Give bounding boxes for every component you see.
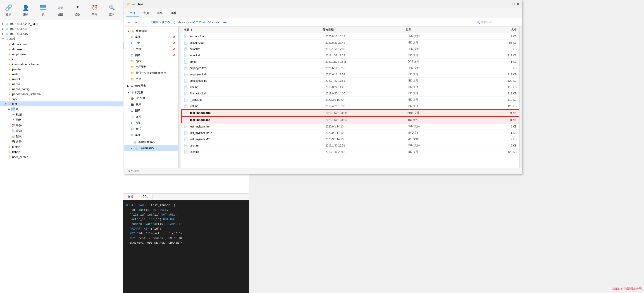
- file-item[interactable]: 📄 user.frm 2019/1/30 22:51 FRM 文件 9 KB: [181, 142, 519, 149]
- file-item[interactable]: 📄 test_myisam.MYI 2020/9/1 14:10 MYI 文件 …: [181, 136, 519, 142]
- minimize-button[interactable]: —: [507, 2, 511, 6]
- file-item[interactable]: 📄 film_actor.ibd 2018/9/30 14:06 IBD 文件 …: [181, 90, 519, 97]
- test-reports[interactable]: 📊 报表: [0, 134, 123, 139]
- file-item[interactable]: 📄 db.opt 2021/11/22 23:25 OPT 文件 1 KB: [181, 59, 519, 65]
- search-box[interactable]: 🔍 搜索"test": [475, 20, 520, 25]
- db-mall[interactable]: 🗄 mall: [0, 72, 123, 77]
- table-button[interactable]: 表: [37, 2, 49, 18]
- col-header-date[interactable]: 修改日期: [323, 28, 406, 32]
- test-funcs[interactable]: ƒ 函数: [0, 117, 123, 123]
- db-nacos[interactable]: 🗄 nacos: [0, 82, 123, 87]
- db-db-account[interactable]: 🗄 db_account: [0, 42, 123, 47]
- db-test[interactable]: ▼ 🗄 test: [0, 101, 123, 106]
- file-item[interactable]: 📄 t_order.ibd 2020/3/9 15:29 IBD 文件 112 …: [181, 97, 519, 103]
- event-button[interactable]: ⏰ 事件: [88, 2, 101, 18]
- sidebar-doc2[interactable]: 📄 文档: [124, 114, 178, 120]
- query-button[interactable]: 🔍 查询: [106, 2, 118, 18]
- db-tlshop[interactable]: 🗄 tlshop: [0, 149, 123, 154]
- db-information-schema[interactable]: 🗄 information_schema: [0, 62, 123, 67]
- db-db-user[interactable]: 🗄 db_user: [0, 47, 123, 52]
- file-item[interactable]: 📄 test_innodb.ibd 2021/11/22 23:34 IBD 文…: [181, 116, 519, 123]
- sidebar-music[interactable]: 🎵 音乐: [124, 126, 178, 132]
- main-scrollbar[interactable]: [519, 27, 522, 168]
- file-item[interactable]: 📄 employees.ibd 2020/7/22 17:51 IBD 文件 1…: [181, 78, 519, 84]
- col-header-size[interactable]: 大小: [475, 28, 516, 32]
- addr-part-mysql[interactable]: mysql-5.7.25-winx64: [185, 21, 212, 24]
- db-testdb[interactable]: 🗄 testdb: [0, 144, 123, 149]
- view-button[interactable]: 👓 视图: [54, 2, 66, 18]
- file-item[interactable]: 📄 employee.frm 2021/6/16 19:52 FRM 文件 9 …: [181, 65, 519, 71]
- forward-button[interactable]: →: [133, 20, 139, 25]
- sidebar-desktop[interactable]: 🖥 桌面 📌: [124, 34, 178, 40]
- sidebar-pic2[interactable]: 🖼 图片: [124, 108, 178, 114]
- up-button[interactable]: ↑: [140, 20, 146, 25]
- db-nacos-config[interactable]: 🗄 nacos_config: [0, 87, 123, 92]
- file-item[interactable]: 📄 test_myisam.frm 2020/9/1 14:10 FRM 文件 …: [181, 123, 519, 130]
- sidebar-pictures[interactable]: 🖼 图片 📌: [124, 52, 178, 58]
- sidebar-tencent[interactable]: 📁 腾讯云交付架构师offer-年: [124, 70, 178, 76]
- db-employees[interactable]: 🗄 employees: [0, 52, 123, 57]
- test-tables[interactable]: ▶ 表: [0, 106, 123, 112]
- conn-local[interactable]: ▼ 🖥 本地: [0, 36, 123, 42]
- file-item[interactable]: 📄 film.ibd 2019/8/22 11:25 IBD 文件 112 KB: [181, 84, 519, 90]
- addr-part-dev[interactable]: dev: [178, 21, 183, 24]
- ribbon-tab-home[interactable]: 主页: [140, 10, 153, 17]
- file-item[interactable]: 📄 employee.ibd 2021/6/16 19:52 IBD 文件 11…: [181, 71, 519, 78]
- sidebar-edlz[interactable]: 📁 电子资料: [124, 64, 178, 70]
- sidebar-scrollbar[interactable]: [178, 27, 181, 168]
- conn-192-232[interactable]: ▶ 🖥 192.168.65.232_3306: [0, 21, 123, 26]
- sidebar-3d[interactable]: 📦 3D 对象: [124, 95, 178, 101]
- test-queries[interactable]: 🔍 查询: [0, 128, 123, 134]
- ribbon-tab-file[interactable]: 文件: [126, 10, 139, 17]
- thispc-header[interactable]: ▼ 🖥 此电脑: [124, 90, 178, 95]
- sidebar-dl2[interactable]: ⬇ 下载: [124, 120, 178, 126]
- user-button[interactable]: 👤 用户: [20, 2, 32, 18]
- file-item[interactable]: 📄 test_innodb.frm 2021/11/22 23:29 FRM 文…: [181, 109, 519, 116]
- wps-section: ▶ ☁ WPS网盘: [124, 83, 178, 89]
- quick-access-header[interactable]: ▼ ⭐ 快速访问: [124, 28, 178, 34]
- sidebar-drive-c[interactable]: 💿 本地磁盘 (C:): [124, 139, 178, 145]
- file-item[interactable]: 📄 account.frm 2020/8/13 16:18 FRM 文件 9 K…: [181, 33, 519, 40]
- file-item[interactable]: 📄 user.ibd 2019/1/30 22:58 IBD 文件 128 KB: [181, 149, 519, 155]
- file-item[interactable]: 📄 test.ibd 2019/4/29 10:30 IBD 文件 128 KB: [181, 103, 519, 109]
- col-header-name[interactable]: 名称 ▲: [184, 28, 323, 32]
- db-im[interactable]: 🗄 im: [0, 57, 123, 62]
- db-mysql[interactable]: 🗄 mysql: [0, 77, 123, 82]
- file-item[interactable]: 📄 test_myisam.MYD 2020/9/1 14:10 MYD 文件 …: [181, 130, 519, 136]
- db-sys[interactable]: 🗄 sys: [0, 97, 123, 101]
- addr-part-pc[interactable]: 此电脑: [150, 20, 159, 24]
- address-path[interactable]: 此电脑 › 新加卷 (D:) › dev › mysql-5.7.25-winx…: [148, 20, 471, 25]
- func-button[interactable]: ƒ 函数: [71, 2, 84, 18]
- addr-part-test[interactable]: test: [222, 21, 228, 24]
- sidebar-pptx[interactable]: 📁 pptx: [124, 58, 178, 64]
- sidebar-drive-d[interactable]: ▼ 💿 新加卷 (D:): [124, 145, 178, 151]
- back-button[interactable]: ←: [126, 20, 132, 25]
- close-button[interactable]: ✕: [516, 2, 519, 6]
- file-item[interactable]: 📄 actor.ibd 2018/10/8 17:32 IBD 文件 112 K…: [181, 52, 519, 59]
- db-jeesite[interactable]: 🗄 jeesite: [0, 67, 123, 72]
- file-item[interactable]: 📄 actor.frm 2018/10/8 17:32 FRM 文件 9 KB: [181, 46, 519, 52]
- conn-192-97[interactable]: ▶ 🖥 192.168.65.97: [0, 31, 123, 36]
- sidebar-tuling[interactable]: 📁 图灵: [124, 76, 178, 82]
- sidebar-desk2[interactable]: 🖥 桌面: [124, 132, 178, 138]
- maximize-button[interactable]: □: [513, 2, 514, 6]
- file-item[interactable]: 📄 account.ibd 2020/8/21 23:42 IBD 文件 96 …: [181, 40, 519, 46]
- col-header-type[interactable]: 类型: [406, 28, 475, 32]
- ribbon-tab-share[interactable]: 共享: [153, 10, 166, 17]
- db-user-center[interactable]: 🗄 user_center: [0, 154, 123, 159]
- test-backups[interactable]: 💾 备份: [0, 139, 123, 144]
- test-events[interactable]: ⏰ 事件: [0, 123, 123, 128]
- addr-part-data[interactable]: data: [214, 21, 220, 24]
- sidebar-docs[interactable]: 📄 文档 📌: [124, 46, 178, 52]
- sidebar-video[interactable]: 🎬 视频: [124, 101, 178, 108]
- addr-part-drive[interactable]: 新加卷 (D:): [161, 20, 176, 24]
- connect-button[interactable]: 🔗 连接: [2, 2, 15, 18]
- test-views[interactable]: 👓 视图: [0, 112, 123, 117]
- conn-192-42[interactable]: ▶ 🖥 192.168.65.42: [0, 26, 123, 31]
- db-performance-schema[interactable]: 🗄 performance_schema: [0, 92, 123, 97]
- tab-regular[interactable]: 常规: [123, 194, 138, 200]
- ribbon-tab-view[interactable]: 查看: [167, 10, 180, 17]
- tab-ddl[interactable]: DDL: [138, 194, 153, 200]
- wps-header[interactable]: ▶ ☁ WPS网盘: [124, 83, 178, 89]
- sidebar-downloads[interactable]: ⬇ 下载 📌: [124, 40, 178, 46]
